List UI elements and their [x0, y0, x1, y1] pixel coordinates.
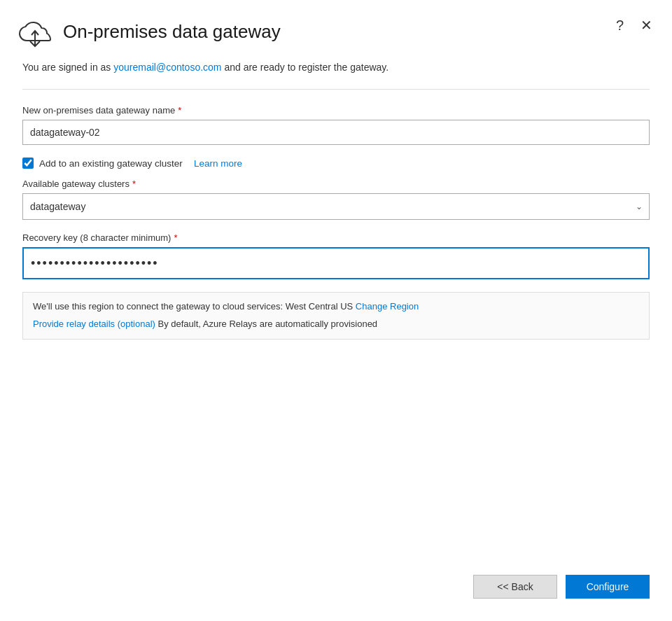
divider: [22, 89, 650, 90]
change-region-link[interactable]: Change Region: [356, 301, 419, 312]
cluster-select-wrapper: datagateway ⌄: [22, 193, 650, 220]
title-section: On-premises data gateway: [17, 15, 281, 49]
dialog: On-premises data gateway ? ✕ You are sig…: [0, 0, 672, 621]
cluster-label: Available gateway clusters*: [22, 179, 650, 189]
cloud-icon: [17, 15, 53, 49]
signed-in-text: You are signed in as youremail@contoso.c…: [22, 60, 650, 75]
gateway-name-field-group: New on-premises data gateway name*: [22, 105, 650, 145]
region-info-prefix: We'll use this region to connect the gat…: [33, 301, 286, 312]
signed-in-suffix: and are ready to register the gateway.: [222, 62, 389, 73]
dialog-title: On-premises data gateway: [63, 21, 281, 43]
close-button[interactable]: ✕: [638, 17, 655, 34]
add-to-cluster-checkbox[interactable]: [22, 158, 34, 169]
region-value: West Central US: [286, 301, 354, 312]
relay-info: By default, Azure Relays are automatical…: [155, 319, 377, 329]
titlebar-controls: ? ✕: [613, 15, 655, 34]
relay-details-link[interactable]: Provide relay details (optional): [33, 319, 155, 329]
back-button[interactable]: << Back: [473, 575, 557, 599]
cluster-field-group: Available gateway clusters* datagateway …: [22, 179, 650, 220]
gateway-name-input[interactable]: [22, 120, 650, 145]
checkbox-label: Add to an existing gateway cluster: [39, 158, 183, 169]
form-section: New on-premises data gateway name* Add t…: [22, 105, 650, 547]
recovery-key-label: Recovery key (8 character minimum)*: [22, 232, 650, 243]
relay-line: Provide relay details (optional) By defa…: [33, 317, 639, 332]
required-star-name: *: [178, 105, 181, 116]
help-button[interactable]: ?: [613, 17, 626, 34]
gateway-name-label: New on-premises data gateway name*: [22, 105, 650, 116]
signed-in-prefix: You are signed in as: [22, 62, 113, 73]
learn-more-link[interactable]: Learn more: [194, 158, 242, 169]
region-info-box: We'll use this region to connect the gat…: [22, 292, 650, 340]
configure-button[interactable]: Configure: [566, 575, 650, 599]
dialog-footer: << Back Configure: [0, 564, 672, 621]
email-link[interactable]: youremail@contoso.com: [113, 62, 221, 73]
checkbox-row: Add to an existing gateway cluster Learn…: [22, 158, 650, 169]
required-star-recovery: *: [174, 232, 177, 243]
recovery-key-input[interactable]: [22, 247, 650, 279]
dialog-titlebar: On-premises data gateway ? ✕: [0, 0, 672, 60]
recovery-key-field-group: Recovery key (8 character minimum)*: [22, 232, 650, 279]
required-star-cluster: *: [132, 179, 136, 189]
dialog-body: You are signed in as youremail@contoso.c…: [0, 60, 672, 564]
cluster-select[interactable]: datagateway: [22, 193, 650, 220]
